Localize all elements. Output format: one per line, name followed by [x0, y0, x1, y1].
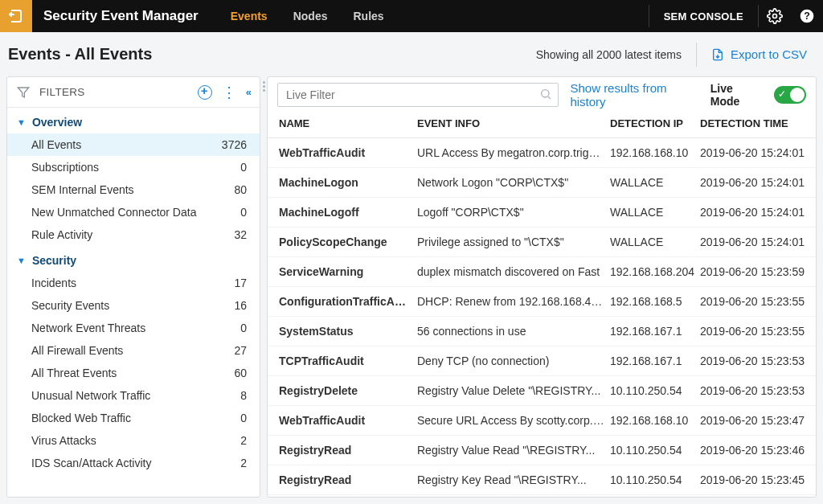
panel-splitter[interactable] — [260, 76, 267, 498]
table-row[interactable]: PolicyScopeChangePrivilege assigned to "… — [268, 227, 816, 257]
filter-item-label: IDS Scan/Attack Activity — [31, 457, 151, 469]
table-row[interactable]: WebTrafficAuditSecure URL Access By scot… — [268, 406, 816, 436]
filter-item[interactable]: Network Event Threats0 — [7, 317, 260, 339]
table-row[interactable]: MachineLogonNetwork Logon "CORP\CTX$"WAL… — [268, 168, 816, 198]
filter-item-count: 8 — [240, 389, 247, 402]
col-header-name[interactable]: NAME — [279, 117, 417, 129]
export-label: Export to CSV — [731, 47, 807, 61]
table-row[interactable]: TCPTrafficAuditDeny TCP (no connection)1… — [268, 346, 816, 376]
caret-down-icon: ▼ — [17, 256, 26, 265]
cell-name: RegistryDelete — [279, 384, 417, 397]
cell-name: ServiceWarning — [279, 265, 417, 278]
filter-item[interactable]: Blocked Web Traffic0 — [7, 407, 260, 429]
svg-point-4 — [542, 90, 549, 97]
table-row[interactable]: WebTrafficAuditURL Access By megatron.co… — [268, 138, 816, 168]
cell-name: RegistryRead — [279, 444, 417, 457]
filter-item[interactable]: All Threat Events60 — [7, 362, 260, 384]
filter-item-label: Incidents — [31, 277, 76, 289]
filter-item-label: Blocked Web Traffic — [31, 412, 131, 424]
cell-info: Privilege assigned to "\CTX$" — [417, 236, 610, 248]
filter-item[interactable]: SEM Internal Events80 — [7, 178, 260, 201]
show-history-link[interactable]: Show results from history — [570, 81, 698, 109]
cell-ip: WALLACE — [610, 206, 700, 219]
table-row[interactable]: SystemStatus56 connections in use192.168… — [268, 317, 816, 346]
filter-item-label: All Firewall Events — [31, 344, 123, 357]
cell-name: MachineLogoff — [279, 206, 417, 219]
export-icon — [711, 48, 724, 61]
table-row[interactable]: ServiceWarningduplex mismatch discovered… — [268, 257, 816, 287]
page-title: Events - All Events — [8, 45, 152, 64]
filter-item-label: All Events — [31, 138, 81, 151]
cell-time: 2019-06-20 15:23:59 — [700, 265, 805, 278]
cell-info: Registry Value Delete "\REGISTRY... — [417, 384, 610, 397]
table-row[interactable]: MachineLogoffLogoff "CORP\CTX$"WALLACE20… — [268, 198, 816, 227]
showing-count-text: Showing all 2000 latest items — [536, 48, 682, 61]
filter-item[interactable]: Security Events16 — [7, 294, 260, 317]
filter-menu-button[interactable]: ⋮ — [222, 85, 236, 100]
filter-section-title[interactable]: ▼Overview — [7, 108, 260, 133]
cell-info: 56 connections in use — [417, 325, 610, 338]
filter-item[interactable]: Incidents17 — [7, 272, 260, 294]
filter-item-label: All Threat Events — [31, 367, 117, 379]
cell-name: MachineLogon — [279, 176, 417, 189]
help-button[interactable]: ? — [791, 0, 823, 32]
filter-item-label: SEM Internal Events — [31, 183, 134, 196]
filter-item[interactable]: New Unmatched Connector Data0 — [7, 201, 260, 223]
svg-line-5 — [549, 96, 551, 99]
app-title: Security Event Manager — [43, 8, 199, 24]
col-header-ip[interactable]: DETECTION IP — [610, 117, 700, 129]
cell-name: TCPTrafficAudit — [279, 354, 417, 367]
cell-ip: 10.110.250.54 — [610, 384, 700, 397]
events-table-header: NAME EVENT INFO DETECTION IP DETECTION T… — [268, 113, 816, 138]
filter-item[interactable]: All Events3726 — [7, 133, 260, 156]
filter-item-label: Network Event Threats — [31, 322, 145, 334]
filter-item[interactable]: IDS Scan/Attack Activity2 — [7, 452, 260, 474]
live-mode-toggle[interactable]: ✓ — [774, 86, 806, 104]
svg-point-0 — [773, 14, 777, 18]
nav-tab-events[interactable]: Events — [218, 0, 280, 32]
filter-item[interactable]: Unusual Network Traffic8 — [7, 384, 260, 407]
table-row[interactable]: ConfigurationTrafficAuditDHCP: Renew fro… — [268, 287, 816, 317]
cell-info: Registry Key Read "\REGISTRY... — [417, 473, 610, 486]
cell-ip: 10.110.250.54 — [610, 473, 700, 486]
cell-time: 2019-06-20 15:24:01 — [700, 176, 805, 189]
cell-ip: WALLACE — [610, 236, 700, 248]
cell-name: WebTrafficAudit — [279, 146, 417, 159]
filter-item[interactable]: Subscriptions0 — [7, 156, 260, 178]
collapse-sidebar-button[interactable]: « — [246, 86, 252, 98]
table-row[interactable]: RegistryDeleteRegistry Value Delete "\RE… — [268, 376, 816, 406]
cell-time: 2019-06-20 15:23:55 — [700, 295, 805, 308]
cell-name: ConfigurationTrafficAudit — [279, 295, 417, 308]
filter-item-count: 16 — [234, 299, 247, 312]
filter-item-label: Virus Attacks — [31, 434, 96, 447]
filter-item-label: Rule Activity — [31, 228, 92, 241]
nav-tab-nodes[interactable]: Nodes — [280, 0, 341, 32]
live-filter-input[interactable] — [277, 83, 559, 107]
export-csv-button[interactable]: Export to CSV — [711, 47, 807, 61]
filter-item-count: 0 — [240, 161, 247, 174]
page-header: Events - All Events Showing all 2000 lat… — [0, 32, 823, 76]
cell-time: 2019-06-20 15:23:53 — [700, 384, 805, 397]
filter-item[interactable]: All Firewall Events27 — [7, 339, 260, 362]
table-row[interactable]: RegistryReadRegistry Key Read "\REGISTRY… — [268, 465, 816, 495]
cell-info: Registry Value Read "\REGISTRY... — [417, 444, 610, 457]
events-panel: Show results from history Live Mode ✓ NA… — [267, 76, 817, 498]
cell-time: 2019-06-20 15:24:01 — [700, 236, 805, 248]
settings-button[interactable] — [759, 0, 791, 32]
filter-item[interactable]: Rule Activity32 — [7, 223, 260, 246]
col-header-time[interactable]: DETECTION TIME — [700, 117, 805, 129]
cell-info: Logoff "CORP\CTX$" — [417, 206, 610, 219]
sem-console-button[interactable]: SEM CONSOLE — [649, 10, 758, 23]
cell-time: 2019-06-20 15:23:55 — [700, 325, 805, 338]
col-header-info[interactable]: EVENT INFO — [417, 117, 610, 129]
cell-ip: WALLACE — [610, 176, 700, 189]
table-row[interactable]: RegistryReadRegistry Value Read "\REGIST… — [268, 436, 816, 465]
section-label: Security — [32, 254, 76, 267]
cell-name: WebTrafficAudit — [279, 414, 417, 427]
nav-tab-rules[interactable]: Rules — [340, 0, 396, 32]
cell-info: duplex mismatch discovered on Fast — [417, 265, 610, 278]
filter-section-title[interactable]: ▼Security — [7, 246, 260, 272]
filter-item-label: Security Events — [31, 299, 109, 312]
add-filter-button[interactable] — [198, 85, 212, 100]
filter-item[interactable]: Virus Attacks2 — [7, 429, 260, 452]
